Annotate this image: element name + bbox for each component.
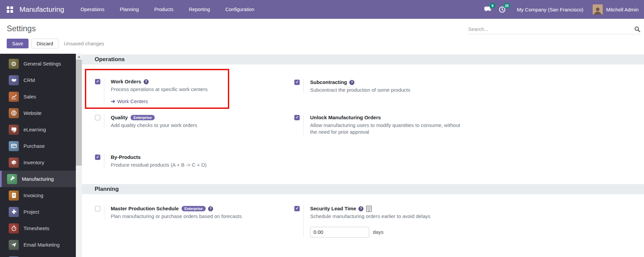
setting-quality: Quality Enterprise Add quality checks to… bbox=[95, 114, 283, 129]
sidebar-item-project[interactable]: Project bbox=[0, 204, 76, 220]
settings-sidebar: ⚙ General Settings CRM Sales Website eLe… bbox=[0, 54, 76, 257]
quality-description: Add quality checks to your work orders bbox=[111, 122, 197, 129]
menu-planning[interactable]: Planning bbox=[112, 0, 146, 19]
activities-count-badge: 25 bbox=[503, 3, 510, 8]
sidebar-item-website[interactable]: Website bbox=[0, 105, 76, 121]
sidebar-item-manufacturing[interactable]: Manufacturing bbox=[0, 171, 76, 187]
main-menu: Operations Planning Products Reporting C… bbox=[73, 0, 262, 19]
section-operations: Operations bbox=[82, 54, 644, 65]
company-switcher[interactable]: My Company (San Francisco) bbox=[517, 7, 583, 12]
arrow-right-icon: ➔ bbox=[111, 98, 115, 104]
presentation-icon bbox=[9, 125, 19, 135]
enterprise-badge: Enterprise bbox=[182, 206, 206, 211]
setting-mps: Master Production Schedule Enterprise ? … bbox=[95, 205, 290, 220]
scrollbar-thumb[interactable] bbox=[76, 59, 82, 166]
sidebar-item-timesheets[interactable]: Timesheets bbox=[0, 220, 76, 237]
messages-count-badge: 9 bbox=[490, 3, 495, 8]
sidebar-item-elearning[interactable]: eLearning bbox=[0, 121, 76, 138]
sidebar-item-purchase[interactable]: Purchase bbox=[0, 138, 76, 154]
work-orders-checkbox[interactable] bbox=[95, 79, 100, 84]
paper-plane-icon bbox=[9, 240, 19, 250]
avatar bbox=[593, 4, 603, 14]
sidebar-item-email-marketing[interactable]: Email Marketing bbox=[0, 237, 76, 253]
work-orders-description: Process operations at specific work cent… bbox=[111, 86, 207, 93]
help-icon[interactable]: ? bbox=[208, 206, 213, 211]
control-panel: Settings Save Discard Unsaved changes bbox=[0, 19, 644, 54]
app-title[interactable]: Manufacturing bbox=[19, 5, 64, 13]
activities-icon[interactable]: 25 bbox=[497, 4, 508, 15]
subcontracting-description: Subcontract the production of some produ… bbox=[310, 87, 410, 93]
setting-security-lead-time: Security Lead Time ? bbox=[294, 205, 489, 238]
wrench-icon bbox=[7, 174, 17, 184]
setting-unlock-mo: Unlock Manufacturing Orders Allow manufa… bbox=[294, 114, 482, 135]
work-orders-label: Work Orders bbox=[111, 78, 141, 85]
help-icon[interactable]: ? bbox=[144, 79, 149, 84]
by-products-label: By-Products bbox=[111, 154, 141, 161]
user-menu[interactable]: Mitchell Admin bbox=[593, 4, 639, 14]
menu-reporting[interactable]: Reporting bbox=[181, 0, 218, 19]
svg-text:$: $ bbox=[13, 194, 15, 197]
chart-icon bbox=[9, 92, 19, 102]
puzzle-icon bbox=[9, 207, 19, 217]
save-button[interactable]: Save bbox=[7, 39, 29, 48]
sidebar-item-partial[interactable] bbox=[0, 253, 76, 257]
settings-content: Operations Work Orders ? Process operati… bbox=[82, 54, 644, 257]
messages-icon[interactable]: 9 bbox=[482, 4, 493, 15]
menu-configuration[interactable]: Configuration bbox=[218, 0, 262, 19]
unlock-mo-label: Unlock Manufacturing Orders bbox=[310, 114, 381, 121]
menu-products[interactable]: Products bbox=[146, 0, 181, 19]
security-lead-time-checkbox[interactable] bbox=[294, 206, 300, 211]
menu-operations[interactable]: Operations bbox=[73, 0, 112, 19]
user-name: Mitchell Admin bbox=[606, 7, 639, 12]
enterprise-badge: Enterprise bbox=[131, 115, 155, 120]
apps-menu-icon[interactable] bbox=[5, 4, 15, 14]
help-icon[interactable]: ? bbox=[349, 80, 354, 85]
unlock-mo-checkbox[interactable] bbox=[294, 115, 300, 120]
handshake-icon bbox=[9, 75, 19, 85]
section-planning: Planning bbox=[82, 184, 644, 194]
search-input[interactable] bbox=[467, 26, 634, 32]
help-icon[interactable]: ? bbox=[358, 206, 363, 211]
gear-icon: ⚙ bbox=[9, 59, 19, 69]
by-products-description: Produce residual products (A + B -> C + … bbox=[111, 162, 207, 168]
credit-card-icon bbox=[9, 141, 19, 151]
sidebar-item-inventory[interactable]: Inventory bbox=[0, 154, 76, 171]
mps-label: Master Production Schedule bbox=[111, 205, 179, 212]
quality-label: Quality bbox=[111, 114, 128, 121]
days-unit-label: days bbox=[373, 229, 384, 235]
box-icon bbox=[9, 158, 19, 168]
security-lead-time-input[interactable] bbox=[310, 227, 369, 238]
sidebar-item-general-settings[interactable]: ⚙ General Settings bbox=[0, 55, 76, 72]
setting-work-orders: Work Orders ? Process operations at spec… bbox=[95, 78, 283, 104]
security-lead-time-label: Security Lead Time bbox=[310, 205, 356, 212]
setting-by-products: By-Products Produce residual products (A… bbox=[95, 154, 283, 168]
scroll-up-arrow[interactable] bbox=[76, 54, 82, 59]
by-products-checkbox[interactable] bbox=[95, 155, 100, 160]
sidebar-scrollbar bbox=[76, 54, 82, 257]
globe-icon bbox=[9, 108, 19, 118]
top-navbar: Manufacturing Operations Planning Produc… bbox=[0, 0, 644, 19]
search-box bbox=[467, 24, 641, 34]
security-lead-time-description: Schedule manufacturing orders earlier to… bbox=[310, 213, 431, 220]
setting-subcontracting: Subcontracting ? Subcontract the product… bbox=[294, 79, 482, 93]
sidebar-item-sales[interactable]: Sales bbox=[0, 88, 76, 105]
mps-description: Plan manufacturing or purchase orders ba… bbox=[111, 213, 242, 220]
sidebar-item-invoicing[interactable]: $ Invoicing bbox=[0, 187, 76, 204]
discard-button[interactable]: Discard bbox=[31, 39, 58, 48]
work-centers-link[interactable]: ➔ Work Centers bbox=[111, 98, 207, 104]
invoice-icon: $ bbox=[9, 190, 19, 201]
company-building-icon bbox=[366, 206, 372, 212]
subcontracting-label: Subcontracting bbox=[310, 79, 347, 86]
sidebar-item-crm[interactable]: CRM bbox=[0, 72, 76, 88]
stopwatch-icon bbox=[9, 223, 19, 233]
unlock-mo-description: Allow manufacturing users to modify quan… bbox=[310, 122, 467, 135]
subcontracting-checkbox[interactable] bbox=[294, 80, 300, 85]
quality-checkbox[interactable] bbox=[95, 115, 100, 120]
mps-checkbox[interactable] bbox=[95, 206, 100, 211]
unsaved-changes-text: Unsaved changes bbox=[64, 41, 104, 46]
search-icon[interactable] bbox=[634, 26, 641, 33]
